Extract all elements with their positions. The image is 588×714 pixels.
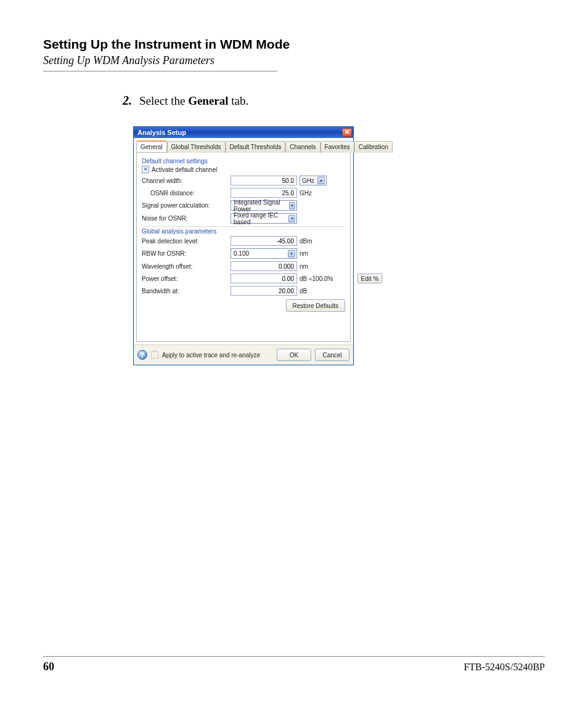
noise-osnr-value: Fixed range IEC based bbox=[234, 212, 288, 225]
group-default-channel: Default channel settings bbox=[142, 158, 345, 164]
apply-checkbox[interactable] bbox=[151, 351, 158, 359]
chevron-down-icon: ▾ bbox=[289, 202, 295, 209]
rbw-value: 0.100 bbox=[234, 250, 249, 257]
dialog-title: Analysis Setup bbox=[137, 129, 186, 136]
cancel-button[interactable]: Cancel bbox=[315, 349, 349, 361]
noise-osnr-select[interactable]: Fixed range IEC based ▾ bbox=[231, 213, 297, 224]
channel-width-input[interactable] bbox=[231, 176, 297, 185]
peak-unit: dBm bbox=[300, 238, 355, 245]
peak-label: Peak detection level: bbox=[142, 238, 228, 245]
tab-channels[interactable]: Channels bbox=[285, 141, 320, 153]
analysis-setup-dialog: Analysis Setup ✕ General Global Threshol… bbox=[133, 126, 354, 365]
wloff-input[interactable] bbox=[231, 261, 297, 271]
edit-percent-button[interactable]: Edit % bbox=[357, 274, 382, 283]
ok-button[interactable]: OK bbox=[277, 349, 311, 361]
step-row: 2. Select the General tab. bbox=[111, 94, 545, 108]
noise-osnr-label: Noise for OSNR: bbox=[142, 215, 228, 222]
bw-input[interactable] bbox=[231, 286, 297, 296]
channel-width-unit-select[interactable]: GHz ▾ bbox=[300, 176, 327, 185]
page-title: Setting Up the Instrument in WDM Mode bbox=[43, 37, 545, 52]
osnr-distance-label: OSNR distance: bbox=[142, 190, 228, 197]
signal-power-label: Signal power calculation: bbox=[142, 202, 228, 209]
page-subtitle: Setting Up WDM Analysis Parameters bbox=[43, 54, 545, 67]
panel-divider bbox=[142, 226, 345, 227]
tab-favorites[interactable]: Favorites bbox=[321, 141, 354, 153]
osnr-distance-input[interactable] bbox=[231, 188, 297, 198]
tab-bar: General Global Thresholds Default Thresh… bbox=[136, 140, 351, 152]
tab-calibration[interactable]: Calibration bbox=[354, 141, 393, 153]
chevron-down-icon: ▾ bbox=[317, 177, 325, 184]
general-panel: Default channel settings ✕ Activate defa… bbox=[136, 152, 351, 342]
close-icon[interactable]: ✕ bbox=[342, 128, 352, 137]
apply-label: Apply to active trace and re-analyze bbox=[162, 352, 260, 359]
chevron-down-icon: ▾ bbox=[288, 250, 295, 258]
header-rule bbox=[43, 71, 277, 71]
step-suffix: tab. bbox=[229, 94, 249, 107]
step-prefix: Select the bbox=[139, 94, 188, 107]
dialog-footer: ? Apply to active trace and re-analyze O… bbox=[134, 344, 353, 365]
step-number: 2. bbox=[111, 94, 132, 108]
page-footer: 60 FTB-5240S/5240BP bbox=[43, 656, 545, 673]
bw-label: Bandwidth at: bbox=[142, 288, 228, 294]
page-number: 60 bbox=[43, 660, 54, 673]
group-global-analysis: Global analysis parameters bbox=[142, 228, 345, 235]
poff-input[interactable] bbox=[231, 274, 297, 283]
tab-general[interactable]: General bbox=[136, 140, 167, 152]
poff-label: Power offset: bbox=[142, 275, 228, 282]
osnr-distance-unit: GHz bbox=[300, 190, 355, 197]
dialog-titlebar[interactable]: Analysis Setup ✕ bbox=[134, 127, 353, 138]
tab-default-thresholds[interactable]: Default Thresholds bbox=[226, 141, 286, 153]
rbw-label: RBW for OSNR: bbox=[142, 250, 228, 257]
activate-default-label: Activate default channel bbox=[152, 166, 217, 173]
channel-width-unit: GHz bbox=[302, 177, 314, 184]
step-text: Select the General tab. bbox=[139, 94, 248, 108]
signal-power-select[interactable]: Integrated Signal Power ▾ bbox=[231, 200, 297, 211]
doc-id: FTB-5240S/5240BP bbox=[463, 662, 545, 673]
step-bold: General bbox=[188, 94, 228, 107]
rbw-select[interactable]: 0.100 ▾ bbox=[231, 248, 297, 259]
activate-default-checkbox[interactable]: ✕ bbox=[142, 166, 149, 173]
wloff-label: Wavelength offset: bbox=[142, 263, 228, 270]
signal-power-value: Integrated Signal Power bbox=[234, 199, 289, 213]
poff-unit-pct: dB ≈100.0% bbox=[300, 275, 355, 282]
tab-global-thresholds[interactable]: Global Thresholds bbox=[167, 141, 226, 153]
channel-width-label: Channel width: bbox=[142, 177, 228, 184]
wloff-unit: nm bbox=[300, 263, 355, 270]
bw-unit: dB bbox=[300, 288, 355, 294]
chevron-down-icon: ▾ bbox=[288, 215, 295, 222]
rbw-unit: nm bbox=[300, 250, 355, 257]
peak-input[interactable] bbox=[231, 236, 297, 246]
help-icon[interactable]: ? bbox=[137, 350, 147, 360]
restore-defaults-button[interactable]: Restore Defaults bbox=[286, 299, 345, 312]
